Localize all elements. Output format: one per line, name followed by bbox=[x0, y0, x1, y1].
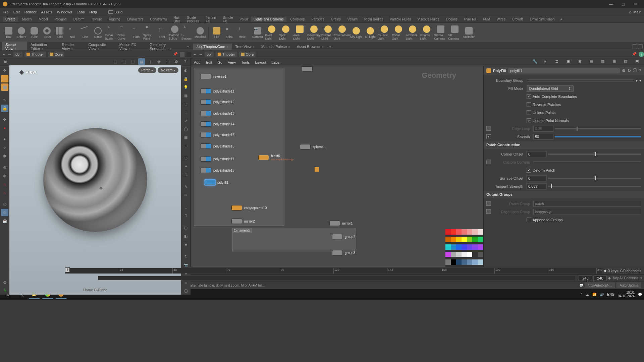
color-swatch[interactable] bbox=[467, 252, 472, 257]
record-icon[interactable]: ● bbox=[1, 124, 8, 132]
magnet2-icon[interactable]: ∩ bbox=[1, 189, 8, 196]
net-menu-labs[interactable]: Labs bbox=[272, 60, 280, 64]
color-swatch[interactable] bbox=[462, 244, 467, 250]
color-swatch[interactable] bbox=[456, 229, 462, 235]
node-pe15[interactable]: polyextrude15 bbox=[201, 132, 234, 137]
display-icon[interactable]: ⊡ bbox=[182, 142, 190, 149]
shelf-tab[interactable]: Drive Simulation bbox=[528, 17, 557, 22]
patch-group-toggle[interactable] bbox=[486, 201, 491, 206]
grid2-icon[interactable]: ⊟ bbox=[578, 59, 584, 65]
node-partial[interactable] bbox=[302, 66, 313, 72]
tool-tube[interactable]: Tube bbox=[28, 24, 40, 42]
tangent-strength-field[interactable]: 0.052 bbox=[527, 183, 547, 189]
node-pe13[interactable]: polyextrude13 bbox=[201, 111, 234, 116]
fwd-arrow-icon[interactable]: → bbox=[8, 52, 11, 56]
tool-bezier[interactable]: ∿Curve Bezier bbox=[105, 24, 117, 42]
pane-split-icon[interactable] bbox=[638, 44, 643, 49]
close-button[interactable]: ✕ bbox=[629, 0, 641, 8]
corner-offset-field[interactable]: 0 bbox=[527, 151, 547, 157]
fwd-arrow-icon[interactable]: → bbox=[199, 52, 203, 56]
corner-offset-slider[interactable] bbox=[548, 154, 641, 155]
shelf-tab[interactable]: Simple FX bbox=[220, 15, 236, 24]
shelf-tab[interactable]: Wires bbox=[494, 17, 508, 22]
maximize-button[interactable]: ▢ bbox=[617, 0, 629, 8]
tool-grid[interactable]: Grid bbox=[54, 24, 66, 42]
tray-cloud-icon[interactable]: ☁ bbox=[586, 293, 589, 296]
tab-material[interactable]: Material Palette× bbox=[258, 44, 293, 50]
lock-icon[interactable]: 🔒 bbox=[1, 105, 8, 112]
bg-icon[interactable]: ▦ bbox=[182, 134, 190, 141]
node-mirror1[interactable]: mirror1 bbox=[329, 221, 353, 226]
menu-labs[interactable]: Labs bbox=[76, 10, 85, 14]
tool-spotlight[interactable]: Spot Light bbox=[279, 24, 292, 42]
color-swatch[interactable] bbox=[467, 244, 472, 250]
color-swatch[interactable] bbox=[478, 229, 483, 235]
color-swatch[interactable] bbox=[472, 237, 478, 242]
tool-portallight[interactable]: Portal Light bbox=[392, 24, 405, 42]
layout1-icon[interactable]: ▤ bbox=[590, 59, 596, 65]
help-icon[interactable]: ? bbox=[182, 58, 189, 65]
tool-vrcam[interactable]: VR Camera bbox=[448, 24, 462, 42]
playhead[interactable]: 1 bbox=[65, 267, 70, 272]
tray-notif-icon[interactable]: 💬 bbox=[638, 293, 642, 296]
node-mirror2[interactable]: mirror2 bbox=[231, 219, 255, 224]
color-swatch[interactable] bbox=[462, 252, 467, 257]
shelf-tab[interactable]: FEM bbox=[480, 17, 493, 22]
range-end-field[interactable]: 240 bbox=[593, 276, 607, 281]
color-swatch[interactable] bbox=[456, 244, 462, 250]
shelf-tab[interactable]: Collisions bbox=[288, 17, 308, 22]
tool-spiral[interactable]: ◉Spiral bbox=[223, 24, 235, 42]
color-swatch[interactable] bbox=[472, 259, 478, 265]
select-faces-icon[interactable]: ▦ bbox=[138, 58, 145, 65]
shelf-tab[interactable]: Grains bbox=[328, 17, 343, 22]
path-obj[interactable]: obj bbox=[13, 52, 22, 57]
net-menu-view[interactable]: View bbox=[228, 60, 236, 64]
tool-lsystem[interactable]: ⅄L-System bbox=[181, 24, 194, 42]
tool-skylight[interactable]: Sky Light bbox=[350, 24, 363, 42]
tray-date[interactable]: 04.10.2024 bbox=[618, 294, 635, 298]
node-pe18[interactable]: polyextrude18 bbox=[201, 168, 234, 173]
color-swatch[interactable] bbox=[451, 237, 456, 242]
layout2-icon[interactable]: ▥ bbox=[601, 59, 607, 65]
node-blast6[interactable]: blast6out: cap4dMirrorgp bbox=[258, 154, 293, 161]
grid-icon[interactable]: ⊞ bbox=[567, 59, 573, 65]
tool-spray[interactable]: ✱Spray Paint bbox=[143, 24, 155, 42]
net-menu-edit[interactable]: Edit bbox=[206, 60, 212, 64]
tab-tree[interactable]: Tree View× bbox=[232, 44, 258, 50]
tool-envlight[interactable]: Environment Light bbox=[335, 24, 349, 42]
shelf-tab[interactable]: Particle Fluids bbox=[387, 17, 414, 22]
shelf-tab[interactable]: Crowds bbox=[509, 17, 526, 22]
tool-switcher[interactable]: Switcher bbox=[462, 24, 476, 42]
net-menu-go[interactable]: Go bbox=[218, 60, 223, 64]
custom-corners-toggle[interactable] bbox=[486, 160, 491, 164]
node-copytopoints10[interactable]: copytopoints10 bbox=[231, 205, 267, 210]
tab-scene-view[interactable]: Scene View× bbox=[2, 42, 27, 52]
color-swatch[interactable] bbox=[456, 259, 462, 265]
color-palette[interactable] bbox=[445, 229, 483, 267]
info-icon[interactable]: ⓘ bbox=[182, 287, 190, 295]
xform-icon[interactable]: ✥ bbox=[1, 116, 8, 123]
tab-asset[interactable]: Asset Browser× bbox=[293, 44, 327, 50]
key-icon[interactable]: ◆ bbox=[608, 276, 611, 280]
brush2-icon[interactable]: ✧ bbox=[1, 144, 8, 152]
tool-pointlight[interactable]: Point Light bbox=[265, 24, 278, 42]
tool-camera[interactable]: 📷Camera bbox=[251, 24, 264, 42]
smooth-slider[interactable] bbox=[555, 136, 641, 137]
menu-help[interactable]: Help bbox=[89, 10, 97, 14]
edge-loop-group-toggle[interactable] bbox=[486, 209, 491, 214]
layout4-icon[interactable]: ▧ bbox=[624, 59, 630, 65]
path-core[interactable]: Core bbox=[239, 52, 256, 57]
tool-metaball[interactable]: Metaball bbox=[194, 24, 206, 42]
help-icon[interactable]: i bbox=[639, 52, 644, 57]
points-icon[interactable]: ⋮ bbox=[182, 109, 190, 116]
tray-lang[interactable]: ENG bbox=[607, 293, 614, 296]
color-swatch[interactable] bbox=[445, 244, 451, 250]
pin-icon[interactable]: 📌 bbox=[632, 52, 637, 56]
stow-icon[interactable] bbox=[186, 52, 191, 57]
back-arrow-icon[interactable]: ← bbox=[2, 52, 6, 56]
grid-icon[interactable]: ⊞ bbox=[2, 58, 9, 65]
edit-icon[interactable]: ✏ bbox=[182, 191, 190, 199]
layout-selector[interactable]: Main bbox=[633, 10, 641, 14]
surface-offset-slider[interactable] bbox=[548, 178, 641, 179]
color-swatch[interactable] bbox=[467, 259, 472, 265]
